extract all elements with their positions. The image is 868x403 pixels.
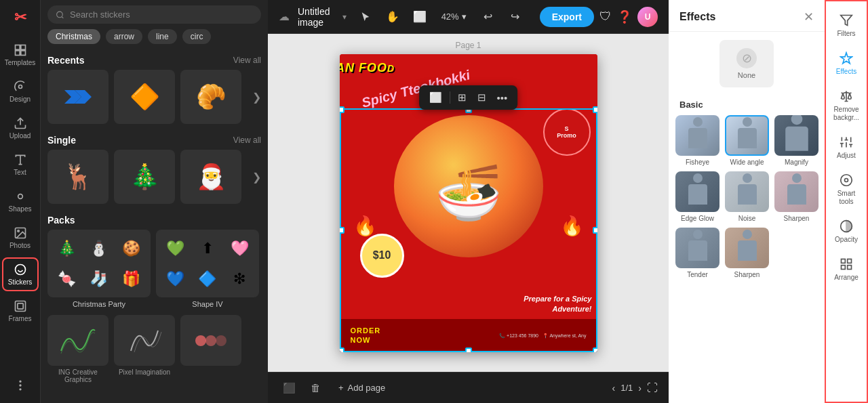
sidebar-item-design[interactable]: Design bbox=[2, 75, 39, 108]
recents-view-all[interactable]: View all bbox=[233, 56, 261, 65]
anim-2[interactable] bbox=[114, 315, 175, 366]
delete-page-button[interactable]: 🗑 bbox=[307, 379, 325, 396]
handle-tl[interactable] bbox=[340, 106, 344, 113]
doc-title-chevron-icon[interactable]: ▾ bbox=[342, 12, 347, 22]
effect-noise[interactable]: Noise bbox=[725, 171, 769, 222]
select-tool-button[interactable] bbox=[355, 6, 376, 28]
fullscreen-button[interactable]: ⛶ bbox=[647, 382, 658, 394]
right-item-opacity[interactable]: Opacity bbox=[826, 213, 867, 251]
anim-3[interactable] bbox=[180, 315, 241, 366]
food-image: 🍜 bbox=[394, 115, 543, 257]
handle-ml[interactable] bbox=[340, 227, 344, 234]
float-crop-button[interactable]: ⬜ bbox=[426, 89, 446, 106]
sidebar-item-stickers[interactable]: Stickers bbox=[2, 257, 39, 291]
effect-fisheye[interactable]: Fisheye bbox=[675, 115, 719, 166]
sticker-recent-1[interactable] bbox=[47, 70, 108, 124]
recents-next-icon[interactable]: ❯ bbox=[252, 91, 261, 104]
toolbar-tools: ✋ ⬜ 42% ▾ ↩ ↪ Export 🛡 ❓ U bbox=[355, 6, 658, 28]
right-item-arrange[interactable]: Arrange bbox=[826, 251, 867, 289]
effects-close-button[interactable]: ✕ bbox=[804, 9, 814, 24]
handle-tr[interactable] bbox=[593, 106, 597, 113]
tender-thumb bbox=[675, 228, 719, 268]
sidebar-item-photos[interactable]: Photos bbox=[2, 221, 39, 255]
sidebar-item-upload[interactable]: Upload bbox=[2, 111, 39, 145]
float-more-button[interactable]: ••• bbox=[494, 90, 511, 106]
recents-title: Recents bbox=[47, 55, 84, 66]
export-button[interactable]: Export bbox=[540, 7, 594, 27]
effect-edge-glow[interactable]: Edge Glow bbox=[675, 171, 719, 222]
packs-title: Packs bbox=[47, 215, 75, 226]
sidebar-item-upload-label: Upload bbox=[9, 132, 31, 140]
search-bar bbox=[41, 0, 268, 29]
pages-icon-button[interactable]: ⬛ bbox=[279, 379, 300, 397]
redo-button[interactable]: ↪ bbox=[505, 6, 526, 28]
sticker-single-1[interactable]: 🦌 bbox=[47, 150, 108, 204]
add-page-label: Add page bbox=[348, 383, 386, 393]
effects-title: Effects bbox=[679, 11, 715, 23]
none-label: None bbox=[738, 71, 755, 79]
tag-line[interactable]: line bbox=[148, 29, 177, 44]
add-page-button[interactable]: + Add page bbox=[332, 379, 392, 396]
sharpen-thumb bbox=[774, 171, 818, 212]
tender-label: Tender bbox=[687, 271, 708, 278]
sidebar-item-more[interactable] bbox=[2, 373, 39, 398]
help-icon[interactable]: ❓ bbox=[617, 9, 632, 24]
svg-point-34 bbox=[845, 179, 848, 182]
right-item-filters[interactable]: Filters bbox=[826, 7, 867, 45]
effect-tender[interactable]: Tender bbox=[675, 228, 719, 278]
svg-marker-24 bbox=[841, 16, 852, 26]
right-item-remove-bg[interactable]: Removebackgr... bbox=[826, 83, 867, 129]
edge-glow-label: Edge Glow bbox=[681, 215, 714, 222]
sidebar-item-text-label: Text bbox=[14, 169, 26, 176]
float-toolbar: ⬜ ⊞ ⊟ ••• bbox=[419, 85, 518, 110]
undo-button[interactable]: ↩ bbox=[477, 6, 499, 28]
magnify-label: Magnify bbox=[785, 158, 808, 166]
sticker-single-3[interactable]: 🎅 bbox=[180, 150, 241, 204]
pack-christmas[interactable]: 🎄⛄🍪 🍬🧦🎁 Christmas Party bbox=[47, 230, 151, 308]
tag-circ[interactable]: circ bbox=[182, 29, 212, 44]
zoom-chevron-icon: ▾ bbox=[462, 12, 467, 22]
shield-icon[interactable]: 🛡 bbox=[599, 9, 612, 24]
tag-christmas[interactable]: Christmas bbox=[47, 29, 100, 44]
handle-mr[interactable] bbox=[593, 227, 597, 234]
anim-row bbox=[47, 315, 261, 366]
prev-page-button[interactable]: ‹ bbox=[612, 383, 616, 394]
single-next-icon[interactable]: ❯ bbox=[252, 171, 261, 184]
sticker-recent-3[interactable]: 🥐 bbox=[180, 70, 241, 124]
user-avatar[interactable]: U bbox=[637, 7, 658, 27]
order-now-text: ORDERNOW bbox=[351, 326, 381, 345]
right-item-adjust[interactable]: Adjust bbox=[826, 129, 867, 167]
effects-none-option[interactable]: ⊘ None bbox=[719, 40, 774, 87]
next-page-button[interactable]: › bbox=[638, 383, 642, 394]
hand-tool-button[interactable]: ✋ bbox=[382, 6, 403, 28]
frame-tool-button[interactable]: ⬜ bbox=[409, 6, 431, 28]
float-minus-button[interactable]: ⊟ bbox=[474, 89, 490, 106]
sidebar-item-frames[interactable]: Frames bbox=[2, 294, 39, 328]
zoom-display[interactable]: 42% ▾ bbox=[436, 9, 472, 24]
search-input[interactable] bbox=[70, 9, 253, 20]
effect-sharpen[interactable]: Sharpen bbox=[774, 171, 818, 222]
wide-angle-label: Wide angle bbox=[730, 158, 764, 166]
effect-magnify[interactable]: Magnify bbox=[774, 115, 818, 166]
sticker-recent-2[interactable]: 🔶 bbox=[114, 70, 175, 124]
toolbar-top: ☁ Untitled image ▾ ✋ ⬜ 42% ▾ ↩ ↪ Export … bbox=[268, 0, 669, 34]
sidebar-item-text[interactable]: Text bbox=[2, 148, 39, 182]
anim-1[interactable] bbox=[47, 315, 108, 366]
sticker-single-2[interactable]: 🎄 bbox=[114, 150, 175, 204]
search-input-wrap[interactable] bbox=[47, 5, 261, 24]
tag-arrow[interactable]: arrow bbox=[106, 29, 142, 44]
pack-shape[interactable]: 💚⬆🩷 💙🔷❇ Shape IV bbox=[156, 230, 259, 308]
add-page-icon: + bbox=[338, 383, 344, 393]
effect-sharpen2[interactable]: Sharpen bbox=[725, 228, 769, 278]
right-item-smart-tools[interactable]: Smarttools bbox=[826, 167, 867, 213]
single-title: Single bbox=[47, 135, 76, 146]
right-item-effects[interactable]: Effects bbox=[826, 45, 867, 83]
float-grid-button[interactable]: ⊞ bbox=[454, 89, 470, 106]
smart-tools-label: Smarttools bbox=[837, 190, 856, 206]
noise-label: Noise bbox=[738, 215, 756, 222]
sidebar-item-shapes[interactable]: Shapes bbox=[2, 184, 39, 218]
single-view-all[interactable]: View all bbox=[233, 135, 261, 145]
sidebar-item-templates[interactable]: Templates bbox=[2, 38, 39, 72]
svg-rect-0 bbox=[15, 45, 20, 50]
effect-wide-angle[interactable]: Wide angle bbox=[725, 115, 769, 166]
